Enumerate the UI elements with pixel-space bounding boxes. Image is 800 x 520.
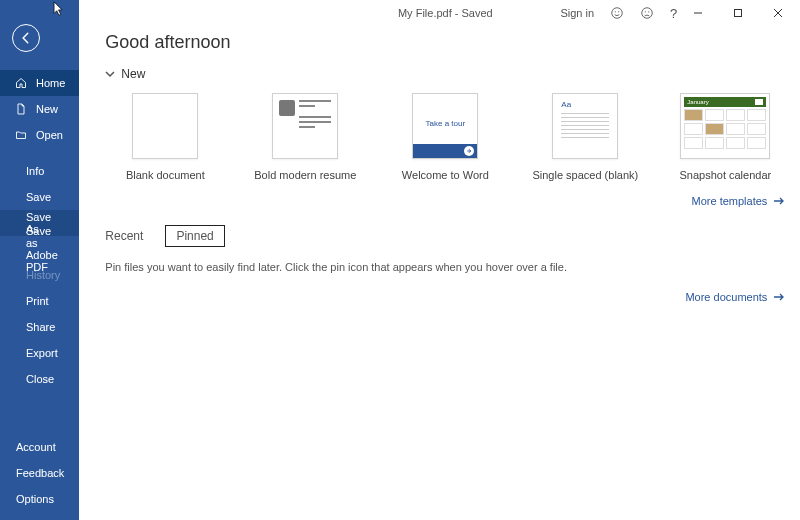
sidebar-item-home[interactable]: Home (0, 70, 79, 96)
arrow-right-icon (773, 292, 785, 302)
chevron-down-icon (105, 69, 115, 79)
sidebar-item-save-adobe-pdf[interactable]: Save as Adobe PDF (0, 236, 79, 262)
titlebar: My File.pdf - Saved Sign in ? (79, 0, 800, 26)
more-documents-link[interactable]: More documents (105, 291, 785, 303)
template-thumbnail: Aa (552, 93, 618, 159)
sidebar-item-options[interactable]: Options (0, 486, 79, 512)
arrow-left-icon (19, 31, 33, 45)
help-icon[interactable]: ? (670, 6, 677, 21)
templates-row: Blank document Bold modern resume Take a… (105, 93, 785, 181)
minimize-button[interactable] (693, 8, 717, 18)
svg-rect-7 (735, 10, 742, 17)
svg-point-0 (612, 8, 623, 19)
sidebar-item-label: Open (36, 129, 63, 141)
sign-in-link[interactable]: Sign in (560, 7, 594, 19)
sidebar-item-label: New (36, 103, 58, 115)
template-thumbnail (132, 93, 198, 159)
sidebar-item-feedback[interactable]: Feedback (0, 460, 79, 486)
page-title: Good afternoon (105, 32, 785, 53)
tab-recent[interactable]: Recent (105, 226, 143, 246)
sidebar-item-account[interactable]: Account (0, 434, 79, 460)
template-snapshot-calendar[interactable]: January Snapshot calendar (665, 93, 785, 181)
back-button[interactable] (12, 24, 40, 52)
mouse-cursor-icon (53, 1, 64, 17)
svg-point-1 (615, 11, 616, 12)
sidebar-item-new[interactable]: New (0, 96, 79, 122)
close-button[interactable] (773, 8, 797, 18)
sidebar-item-save[interactable]: Save (0, 184, 79, 210)
sidebar-item-close[interactable]: Close (0, 366, 79, 392)
recent-pinned-tabs: Recent Pinned (105, 225, 785, 247)
sidebar-item-print[interactable]: Print (0, 288, 79, 314)
sidebar-item-share[interactable]: Share (0, 314, 79, 340)
svg-point-5 (648, 11, 649, 12)
sidebar-item-export[interactable]: Export (0, 340, 79, 366)
sidebar-item-history: History (0, 262, 79, 288)
backstage-sidebar: Home New Open Info Save Save As Save as … (0, 0, 79, 520)
tab-pinned[interactable]: Pinned (165, 225, 224, 247)
sidebar-item-info[interactable]: Info (0, 158, 79, 184)
template-thumbnail: Take a tour (412, 93, 478, 159)
document-icon (14, 102, 28, 116)
section-new-toggle[interactable]: New (105, 67, 785, 81)
template-bold-modern-resume[interactable]: Bold modern resume (245, 93, 365, 181)
home-icon (14, 76, 28, 90)
more-templates-link[interactable]: More templates (105, 195, 785, 207)
svg-point-4 (645, 11, 646, 12)
template-welcome-to-word[interactable]: Take a tour Welcome to Word (385, 93, 505, 181)
arrow-right-icon (773, 196, 785, 206)
pinned-empty-hint: Pin files you want to easily find later.… (105, 261, 785, 273)
template-thumbnail: January (680, 93, 770, 159)
main-area: My File.pdf - Saved Sign in ? Good after… (79, 0, 800, 520)
template-thumbnail (272, 93, 338, 159)
folder-icon (14, 128, 28, 142)
template-single-spaced[interactable]: Aa Single spaced (blank) (525, 93, 645, 181)
svg-point-2 (618, 11, 619, 12)
arrow-right-icon (466, 148, 472, 154)
window-title: My File.pdf - Saved (79, 0, 800, 26)
svg-point-3 (642, 8, 653, 19)
template-blank-document[interactable]: Blank document (105, 93, 225, 181)
face-smile-icon[interactable] (610, 6, 624, 20)
sidebar-item-open[interactable]: Open (0, 122, 79, 148)
sidebar-item-label: Home (36, 77, 65, 89)
face-frown-icon[interactable] (640, 6, 654, 20)
maximize-button[interactable] (733, 8, 757, 18)
